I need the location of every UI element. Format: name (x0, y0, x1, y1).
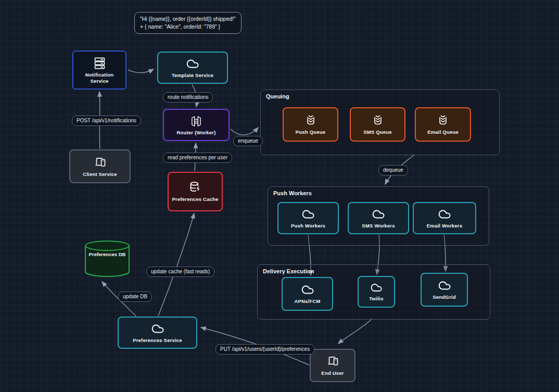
node-email-queue[interactable]: Email Queue (415, 107, 471, 142)
queue-icon (304, 114, 317, 128)
node-preferences-cache[interactable]: Preferences Cache (168, 172, 223, 211)
node-sms-workers[interactable]: SMS Workers (348, 202, 409, 234)
node-router-worker[interactable]: </> Router (Worker) (163, 109, 230, 141)
cloud-icon (186, 57, 199, 71)
node-sendgrid[interactable]: SendGrid (421, 273, 468, 307)
cloud-icon (438, 279, 451, 293)
cloud-icon (372, 208, 385, 221)
template-message-annotation[interactable]: "Hi {{name}}, order {{orderId}} shipped!… (134, 12, 242, 34)
node-label: Preferences DB (84, 251, 130, 258)
node-label: Client Service (83, 171, 117, 178)
cloud-icon (438, 208, 451, 221)
cloud-icon (151, 322, 164, 336)
node-push-queue[interactable]: Push Queue (283, 107, 338, 142)
node-label: End User (321, 370, 344, 376)
node-label: Preferences Cache (172, 196, 219, 203)
edge-label-enqueue[interactable]: enqueue (233, 136, 263, 146)
node-label: Email Queue (427, 129, 459, 135)
edge-label-put-preferences[interactable]: PUT /api/v1/users/{userId}/preferences (215, 344, 314, 355)
node-end-user[interactable]: End User (310, 349, 355, 382)
queue-icon (436, 114, 450, 128)
node-label: SMS Queue (363, 129, 392, 135)
node-label: APNs/FCM (294, 298, 320, 305)
diagram-canvas[interactable]: Queuing Push Workers Delivery Execution … (0, 0, 559, 392)
node-email-workers[interactable]: Email Workers (413, 202, 476, 234)
annotation-line-2: + { name: "Alice", orderId: "789" } (140, 23, 236, 31)
svg-text:</>: </> (194, 119, 199, 122)
edge-label-update-db[interactable]: update DB (118, 292, 152, 302)
group-push-workers-label: Push Workers (273, 190, 312, 196)
devices-icon (326, 355, 340, 369)
edge-label-update-cache[interactable]: update cache (fast reads) (146, 267, 214, 277)
node-preferences-db[interactable]: Preferences DB (84, 240, 130, 277)
cache-icon (188, 181, 202, 195)
edge-notification-to-template (128, 69, 154, 73)
edge-label-dequeue[interactable]: dequeue (378, 165, 408, 175)
server-icon (93, 56, 107, 70)
cloud-icon (301, 208, 315, 221)
node-apns-fcm[interactable]: APNs/FCM (282, 277, 333, 311)
node-twilio[interactable]: Twilio (358, 276, 395, 308)
node-label: SendGrid (433, 294, 455, 300)
queue-icon (371, 114, 385, 128)
edge-prefservice-to-cache (158, 213, 194, 316)
group-delivery-execution-label: Delivery Execution (263, 268, 314, 274)
cloud-icon (370, 282, 383, 294)
node-label: Twilio (369, 296, 383, 302)
cylinder-db-shape (84, 240, 130, 277)
node-label: Push Queue (296, 129, 325, 135)
node-client-service[interactable]: Client Service (69, 149, 131, 183)
node-sms-queue[interactable]: SMS Queue (350, 107, 405, 142)
node-notification-service[interactable]: Notification Service (72, 50, 126, 90)
node-label: Router (Worker) (176, 130, 215, 136)
node-template-service[interactable]: Template Service (157, 52, 228, 84)
node-label: Email Workers (427, 223, 462, 229)
cloud-icon (301, 283, 314, 297)
edge-label-post-notifications[interactable]: POST /api/v1/notifications (72, 116, 141, 126)
node-label: SMS Workers (362, 223, 395, 229)
group-queuing-label: Queuing (266, 93, 289, 99)
node-label: Preferences Service (133, 337, 182, 344)
node-label: Template Service (172, 72, 214, 79)
devices-icon (93, 156, 107, 170)
edge-label-route-notifications[interactable]: route notifications (163, 92, 213, 103)
edge-router-to-queuing (231, 128, 258, 135)
node-preferences-service[interactable]: Preferences Service (118, 317, 197, 349)
edge-label-read-preferences[interactable]: read preferences per user (163, 153, 232, 163)
annotation-line-1: "Hi {{name}}, order {{orderId}} shipped!… (140, 15, 236, 23)
node-label: Notification Service (75, 72, 123, 84)
edge-delivery-to-enduser (338, 319, 372, 344)
node-label: Push Workers (291, 223, 325, 229)
node-push-workers[interactable]: Push Workers (277, 202, 339, 234)
code-router-icon: </> (188, 115, 204, 128)
